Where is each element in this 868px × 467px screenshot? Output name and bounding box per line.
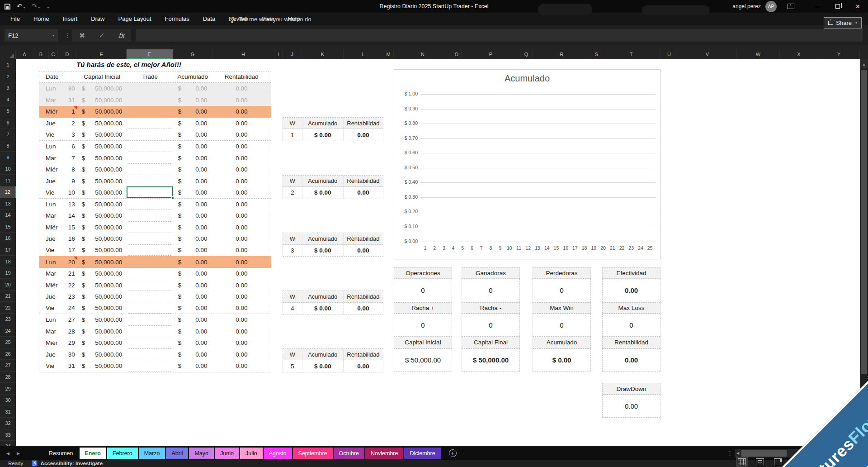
row-header-31[interactable]: 31 xyxy=(0,406,16,418)
cell-trade[interactable] xyxy=(127,164,173,176)
table-row-lun-20[interactable]: Lun20$50,000.00$0.000.00 xyxy=(39,256,271,268)
column-header-m[interactable]: M xyxy=(383,49,394,59)
column-header-g[interactable]: G xyxy=(173,49,212,59)
column-header-v[interactable]: V xyxy=(678,49,737,59)
sheet-tab-septiembre[interactable]: Septiembre xyxy=(293,448,333,459)
table-row-miér-29[interactable]: Miér29$50,000.00$0.000.00 xyxy=(39,337,271,349)
row-header-25[interactable]: 25 xyxy=(0,337,16,348)
row-header-33[interactable]: 33 xyxy=(0,429,16,441)
row-header-17[interactable]: 17 xyxy=(0,244,16,256)
row-header-24[interactable]: 24 xyxy=(0,325,16,337)
cell-trade[interactable] xyxy=(127,175,173,187)
row-header-14[interactable]: 14 xyxy=(0,210,16,221)
select-all-corner[interactable] xyxy=(0,49,16,59)
row-header-13[interactable]: 13 xyxy=(0,198,16,210)
add-sheet-button[interactable]: + xyxy=(449,449,457,457)
row-header-1[interactable]: 1 xyxy=(0,59,16,71)
cell-trade[interactable] xyxy=(127,360,173,372)
enter-icon[interactable]: ✓ xyxy=(99,31,104,40)
accessibility-status[interactable]: ♿ Accessibility: Investigate xyxy=(31,460,103,467)
cell-trade[interactable] xyxy=(127,83,173,95)
cell-trade[interactable] xyxy=(127,349,173,361)
ribbon-tab-file[interactable]: File xyxy=(4,13,27,25)
cell-trade[interactable] xyxy=(127,326,173,338)
share-button[interactable]: Share ▾ xyxy=(824,17,862,29)
cell-trade[interactable] xyxy=(127,210,173,222)
row-header-23[interactable]: 23 xyxy=(0,314,16,325)
ribbon-tab-draw[interactable]: Draw xyxy=(84,13,111,25)
row-header-12[interactable]: 12 xyxy=(0,186,16,198)
ribbon-display-options-icon[interactable] xyxy=(788,4,794,9)
table-row-lun-13[interactable]: Lun13$50,000.00$0.000.00 xyxy=(39,199,271,210)
column-header-q[interactable]: Q xyxy=(520,49,533,59)
column-header-h[interactable]: H xyxy=(212,49,274,59)
row-header-6[interactable]: 6 xyxy=(0,117,16,129)
table-row-vie-3[interactable]: Vie3$50,000.00$0.000.00 xyxy=(39,129,271,141)
cell-trade[interactable] xyxy=(127,106,173,118)
column-header-j[interactable]: J xyxy=(283,49,302,59)
sheet-tab-julio[interactable]: Julio xyxy=(240,448,263,459)
row-header-21[interactable]: 21 xyxy=(0,291,16,302)
sheet-tab-enero[interactable]: Enero xyxy=(80,448,106,459)
sheet-tab-resumen[interactable]: Resumen xyxy=(43,448,79,459)
row-header-27[interactable]: 27 xyxy=(0,360,16,372)
table-row-mar-21[interactable]: Mar21$50,000.00$0.000.00 xyxy=(39,268,271,280)
minimize-button[interactable]: — xyxy=(807,0,827,13)
sheet-tab-diciembre[interactable]: Diciembre xyxy=(404,448,440,459)
next-sheet-icon[interactable]: ▶ xyxy=(17,451,20,456)
cancel-icon[interactable]: ✖ xyxy=(79,31,85,40)
row-header-10[interactable]: 10 xyxy=(0,163,16,175)
table-row-mar-14[interactable]: Mar14$50,000.00$0.000.00 xyxy=(39,210,271,222)
row-header-30[interactable]: 30 xyxy=(0,395,16,406)
row-header-18[interactable]: 18 xyxy=(0,256,16,267)
column-header-b[interactable]: B xyxy=(33,49,49,59)
row-header-28[interactable]: 28 xyxy=(0,372,16,383)
cell-trade[interactable] xyxy=(127,268,173,280)
prev-sheet-icon[interactable]: ◀ xyxy=(6,451,9,456)
table-row-jue-16[interactable]: Jue16$50,000.00$0.000.00 xyxy=(39,233,271,245)
column-header-r[interactable]: R xyxy=(533,49,591,59)
row-header-26[interactable]: 26 xyxy=(0,348,16,360)
column-header-i[interactable]: I xyxy=(274,49,283,59)
cell-trade[interactable] xyxy=(127,256,173,268)
cell-trade[interactable] xyxy=(127,141,173,152)
cell-trade[interactable] xyxy=(127,152,173,164)
column-header-c[interactable]: C xyxy=(49,49,58,59)
scroll-up-icon[interactable]: ▲ xyxy=(860,59,868,69)
table-row-jue-30[interactable]: Jue30$50,000.00$0.000.00 xyxy=(39,349,271,361)
sheet-tab-noviembre[interactable]: Noviembre xyxy=(365,448,403,459)
row-header-16[interactable]: 16 xyxy=(0,233,16,244)
column-header-e[interactable]: E xyxy=(77,49,127,59)
formula-input[interactable] xyxy=(136,29,863,42)
avatar[interactable]: AP xyxy=(765,1,777,12)
row-header-11[interactable]: 11 xyxy=(0,175,16,186)
row-header-4[interactable]: 4 xyxy=(0,94,16,106)
row-header-22[interactable]: 22 xyxy=(0,302,16,314)
column-header-y[interactable]: Y xyxy=(818,49,860,59)
table-row-miér-8[interactable]: Miér8$50,000.00$0.000.00 xyxy=(39,164,271,176)
name-box[interactable]: F12 ▾ xyxy=(5,29,58,42)
sheet-tab-marzo[interactable]: Marzo xyxy=(139,448,165,459)
table-row-lun-27[interactable]: Lun27$50,000.00$0.000.00 xyxy=(39,314,271,326)
ribbon-tab-data[interactable]: Data xyxy=(196,13,222,25)
column-header-s[interactable]: S xyxy=(591,49,602,59)
column-header-a[interactable]: A xyxy=(16,49,33,59)
sheet-tab-agosto[interactable]: Agosto xyxy=(264,448,292,459)
row-header-8[interactable]: 8 xyxy=(0,140,16,152)
table-row-miér-22[interactable]: Miér22$50,000.00$0.000.00 xyxy=(39,279,271,291)
table-row-jue-2[interactable]: Jue2$50,000.00$0.000.00 xyxy=(39,118,271,129)
row-header-5[interactable]: 5 xyxy=(0,105,16,117)
selected-cell-F12[interactable] xyxy=(127,186,173,198)
column-header-l[interactable]: L xyxy=(344,49,383,59)
row-header-29[interactable]: 29 xyxy=(0,383,16,395)
cell-trade[interactable] xyxy=(127,222,173,234)
row-header-32[interactable]: 32 xyxy=(0,418,16,429)
cell-trade[interactable] xyxy=(127,199,173,210)
cell-trade[interactable] xyxy=(127,337,173,349)
acumulado-chart[interactable]: Acumulado $ 1.00$ 0.90$ 0.80$ 0.70$ 0.60… xyxy=(394,69,660,259)
row-header-3[interactable]: 3 xyxy=(0,82,16,94)
table-row-miér-15[interactable]: Miér15$50,000.00$0.000.00 xyxy=(39,222,271,234)
table-row-jue-9[interactable]: Jue9$50,000.00$0.000.00 xyxy=(39,175,271,187)
column-header-n[interactable]: N xyxy=(394,49,452,59)
table-row-jue-23[interactable]: Jue23$50,000.00$0.000.00 xyxy=(39,291,271,303)
